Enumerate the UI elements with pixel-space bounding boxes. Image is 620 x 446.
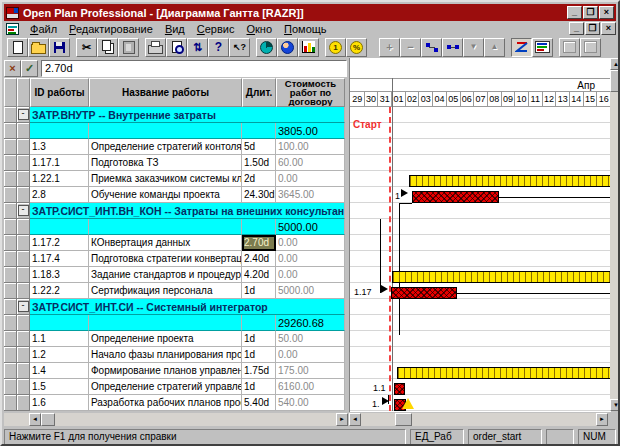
row-selector-cell[interactable]	[4, 363, 17, 379]
row-selector-cell[interactable]	[4, 155, 17, 171]
row-selector-cell[interactable]	[4, 203, 17, 219]
task-duration-cell[interactable]: 1d	[242, 331, 276, 347]
open-button[interactable]	[28, 38, 49, 57]
time-analysis-button[interactable]	[256, 38, 277, 57]
row-selector-cell[interactable]	[4, 107, 17, 123]
scroll-right-button[interactable]: ►	[336, 413, 348, 426]
task-duration-cell[interactable]: 2d	[242, 171, 276, 187]
task-name-cell[interactable]: Определение стратегий контоля и отч	[89, 139, 242, 155]
task-duration-cell[interactable]: 24.30d	[242, 187, 276, 203]
resource-analysis-button[interactable]	[277, 38, 298, 57]
row-selector-cell[interactable]	[4, 347, 17, 363]
new-button[interactable]	[7, 38, 28, 57]
row-selector-cell[interactable]	[4, 219, 17, 235]
child-minimize-button[interactable]: _	[569, 22, 584, 35]
task-name-cell[interactable]: Начало фазы планирования проекта	[89, 347, 242, 363]
menu-help[interactable]: Помощь	[278, 22, 333, 36]
expand-network-button[interactable]	[421, 38, 442, 57]
task-id-cell[interactable]: 1.22.1	[30, 171, 89, 187]
task-duration-cell[interactable]: 1d	[242, 283, 276, 299]
task-duration-cell[interactable]: 5.40d	[242, 395, 276, 411]
link-mode-button[interactable]	[511, 38, 532, 57]
task-cost-cell[interactable]: 0.00	[276, 171, 345, 187]
table-horizontal-scrollbar[interactable]: ◄ ►	[4, 413, 348, 426]
row-selector-cell[interactable]	[4, 299, 17, 315]
row-selector-cell[interactable]	[4, 267, 17, 283]
task-id-cell[interactable]: 1.22.2	[30, 283, 89, 299]
task-name-cell[interactable]: Сертификация персонала	[89, 283, 242, 299]
task-name-cell[interactable]: Обучение команды проекта	[89, 187, 242, 203]
collapse-outline-button[interactable]: -	[18, 301, 29, 312]
task-name-cell[interactable]: Формирование планов управления	[89, 363, 242, 379]
task-id-cell[interactable]: 1.5	[30, 379, 89, 395]
scroll-left-button[interactable]: ◄	[349, 413, 361, 426]
task-id-cell[interactable]: 1.2	[30, 347, 89, 363]
task-name-cell[interactable]: Приемка заказчиком системы клиент	[89, 171, 242, 187]
cost-unit-button[interactable]: 1	[325, 38, 346, 57]
summary-bar[interactable]	[392, 271, 611, 283]
task-name-cell[interactable]: КОнвертация данных	[89, 235, 242, 251]
collapse-outline-button[interactable]: -	[18, 109, 29, 120]
header-duration[interactable]: Длит.	[242, 78, 276, 107]
task-id-cell[interactable]: 1.17.4	[30, 251, 89, 267]
row-selector-cell[interactable]	[4, 171, 17, 187]
summary-cost-cell[interactable]: 3805.00	[276, 123, 345, 139]
row-selector-cell[interactable]	[4, 331, 17, 347]
vertical-scrollbar[interactable]: ▲ ▼	[610, 58, 620, 411]
scroll-up-button[interactable]: ▲	[610, 58, 620, 70]
task-duration-cell[interactable]: 1d	[242, 379, 276, 395]
row-selector-cell[interactable]	[4, 379, 17, 395]
scroll-right-button[interactable]: ►	[596, 413, 608, 426]
task-name-cell[interactable]: Определение стратегий управления р	[89, 379, 242, 395]
group-label-cell[interactable]: ЗАТР.ВНУТР -- Внутренние затраты	[30, 107, 345, 123]
task-bar[interactable]	[391, 287, 457, 299]
task-cost-cell[interactable]: 50.00	[276, 331, 345, 347]
task-name-cell[interactable]: Определение проекта	[89, 331, 242, 347]
header-cost[interactable]: Стоимость работ по договору	[276, 78, 345, 107]
task-id-cell[interactable]: 1.1	[30, 331, 89, 347]
menu-edit[interactable]: Редактирование	[63, 22, 159, 36]
task-cost-cell[interactable]: 6160.00	[276, 379, 345, 395]
child-close-button[interactable]: ×	[601, 22, 616, 35]
child-restore-button[interactable]: ❐	[585, 22, 600, 35]
task-id-cell[interactable]: 2.8	[30, 187, 89, 203]
scroll-left-button[interactable]: ◄	[29, 413, 41, 426]
scroll-down-button[interactable]: ▼	[610, 399, 620, 411]
print-button[interactable]	[145, 38, 166, 57]
collapse-outline-button[interactable]: -	[18, 205, 29, 216]
cut-button[interactable]: ✂	[76, 38, 97, 57]
copy-button[interactable]	[97, 38, 118, 57]
summary-bar[interactable]	[409, 175, 611, 187]
collapse-network-button[interactable]	[442, 38, 463, 57]
help-button[interactable]: ?	[208, 38, 229, 57]
task-cost-cell[interactable]: 0.00	[276, 235, 345, 251]
summary-bar[interactable]	[397, 367, 611, 379]
task-duration-cell[interactable]: 4.20d	[242, 267, 276, 283]
task-id-cell[interactable]: 1.18.3	[30, 267, 89, 283]
task-duration-cell[interactable]: 2.40d	[242, 251, 276, 267]
menu-service[interactable]: Сервис	[191, 22, 241, 36]
task-duration-cell[interactable]: 1.50d	[242, 155, 276, 171]
task-duration-cell[interactable]: 5d	[242, 139, 276, 155]
task-cost-cell[interactable]: 0.00	[276, 251, 345, 267]
task-id-cell[interactable]: 1.4	[30, 363, 89, 379]
task-name-cell[interactable]: Задание стандартов и процедур по д	[89, 267, 242, 283]
task-cost-cell[interactable]: 60.00	[276, 155, 345, 171]
task-name-cell[interactable]: Разработка рабочих планов проекта	[89, 395, 242, 411]
row-selector-cell[interactable]	[4, 235, 17, 251]
row-selector-cell[interactable]	[4, 123, 17, 139]
task-cost-cell[interactable]: 0.00	[276, 267, 345, 283]
menu-view[interactable]: Вид	[159, 22, 191, 36]
selected-duration-cell[interactable]: 2.70d	[242, 235, 276, 251]
update-data-button[interactable]: ⇅	[187, 38, 208, 57]
row-selector-cell[interactable]	[4, 283, 17, 299]
row-selector-cell[interactable]	[4, 395, 17, 411]
row-selector-cell[interactable]	[4, 251, 17, 267]
group-label-cell[interactable]: ЗАТР.СИСТ_ИНТ.СИ -- Системный интегратор	[30, 299, 345, 315]
task-bar[interactable]	[394, 383, 405, 395]
task-id-cell[interactable]: 1.17.1	[30, 155, 89, 171]
task-cost-cell[interactable]: 100.00	[276, 139, 345, 155]
mdi-document-icon[interactable]	[6, 23, 19, 35]
save-button[interactable]	[49, 38, 70, 57]
menu-file[interactable]: Файл	[24, 22, 63, 36]
